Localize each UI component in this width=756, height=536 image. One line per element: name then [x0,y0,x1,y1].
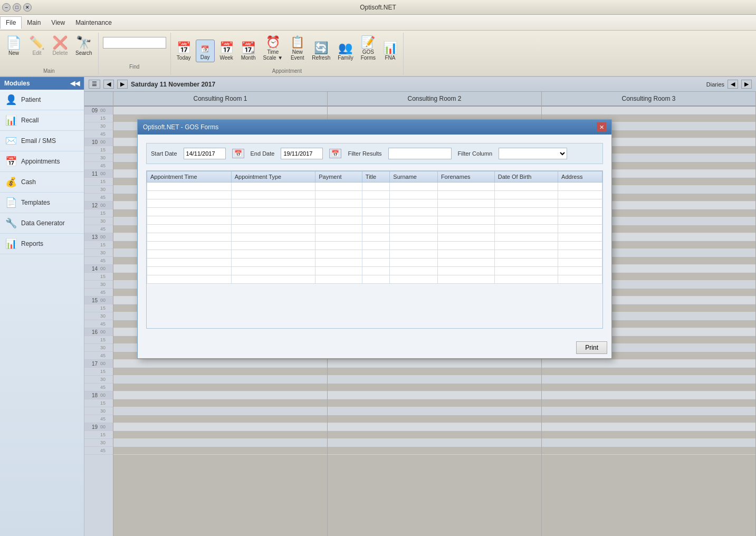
data-generator-icon: 🔧 [5,217,17,229]
gosforms-button[interactable]: 📝 GOSForms [358,35,378,62]
newevent-button[interactable]: 📋 NewEvent [288,35,307,62]
modal-body: Start Date 📅 End Date 📅 Filter Results F… [138,135,611,337]
email-sms-icon: ✉️ [5,135,17,147]
fna-button[interactable]: 📊 FNA [380,41,400,62]
edit-icon: ✏️ [29,36,45,49]
maximize-btn[interactable]: □ [13,3,21,12]
filter-results-label: Filter Results [348,150,381,157]
title-bar-controls[interactable]: – □ ✕ [2,3,32,12]
col-forenames: Forenames [437,171,494,183]
close-btn[interactable]: ✕ [23,3,32,12]
menu-main[interactable]: Main [22,17,46,28]
modal-titlebar: Optisoft.NET - GOS Forms ✕ [138,120,611,135]
sidebar-label-recall: Recall [21,117,39,124]
filter-column-label: Filter Column [458,150,492,157]
table-row[interactable] [147,183,602,191]
sidebar-item-appointments[interactable]: 📅 Appointments [0,151,84,172]
table-row[interactable] [147,275,602,284]
menu-file[interactable]: File [0,16,22,29]
recall-icon: 📊 [5,114,17,126]
sidebar-item-templates[interactable]: 📄 Templates [0,193,84,213]
sidebar-collapse-icon[interactable]: ◀◀ [70,80,80,87]
print-button[interactable]: Print [576,341,607,354]
modal-table-body [147,183,602,284]
day-button[interactable]: 📆1 Day [196,40,215,62]
ribbon-appointment-label: Appointment [272,68,302,75]
templates-icon: 📄 [5,197,17,208]
edit-button[interactable]: ✏️ Edit [26,35,47,58]
family-icon: 👥 [338,42,352,54]
table-row[interactable] [147,208,602,216]
menu-maintenance[interactable]: Maintenance [70,17,117,28]
table-row[interactable] [147,259,602,267]
timescale-icon: ⏰ [266,36,280,48]
newevent-icon: 📋 [290,36,304,48]
gosforms-icon: 📝 [361,36,375,48]
table-row[interactable] [147,216,602,225]
table-row[interactable] [147,225,602,233]
table-row[interactable] [147,267,602,275]
refresh-icon: 🔄 [314,42,328,54]
sidebar-item-cash[interactable]: 💰 Cash [0,172,84,193]
sidebar: Modules ◀◀ 👤 Patient 📊 Recall ✉️ Email /… [0,77,84,536]
menu-bar: File Main View Maintenance [0,15,756,31]
sidebar-item-data-generator[interactable]: 🔧 Data Generator [0,213,84,234]
sidebar-label-appointments: Appointments [21,158,60,165]
table-row[interactable] [147,199,602,208]
sidebar-label-templates: Templates [21,199,50,206]
new-button[interactable]: 📄 New [3,35,24,58]
table-row[interactable] [147,233,602,242]
sidebar-label-reports: Reports [21,240,43,247]
search-icon: 🔭 [76,36,92,49]
month-button[interactable]: 📆 Month [238,41,259,62]
modal-close-button[interactable]: ✕ [597,122,606,132]
family-button[interactable]: 👥 Family [335,41,356,62]
filter-results-input[interactable] [388,148,452,159]
ribbon-group-main: 📄 New ✏️ Edit ❌ Delete 🔭 Search Main [0,33,99,75]
week-button[interactable]: 📅 Week [217,41,236,62]
filter-column-select[interactable] [499,148,567,159]
col-dob: Date Of Birth [494,171,558,183]
modal-filters: Start Date 📅 End Date 📅 Filter Results F… [146,143,603,164]
main-content: ☰ ◀ ▶ Saturday 11 November 2017 Diaries … [84,77,756,536]
search-button[interactable]: 🔭 Search [73,35,95,58]
timescale-button[interactable]: ⏰ TimeScale ▼ [260,35,285,62]
refresh-button[interactable]: 🔄 Refresh [309,41,333,62]
sidebar-item-email-sms[interactable]: ✉️ Email / SMS [0,131,84,151]
sidebar-label-patient: Patient [21,96,41,103]
ribbon-group-find: Find [99,33,171,75]
today-icon: 📅 [177,42,191,54]
today-button[interactable]: 📅 Today [174,41,194,62]
patient-icon: 👤 [5,94,17,106]
search-input[interactable] [103,37,166,49]
app-body: Modules ◀◀ 👤 Patient 📊 Recall ✉️ Email /… [0,77,756,536]
sidebar-item-reports[interactable]: 📊 Reports [0,234,84,254]
sidebar-label-data-generator: Data Generator [21,219,65,227]
table-row[interactable] [147,242,602,250]
start-date-input[interactable] [184,148,226,159]
week-icon: 📅 [219,42,234,54]
ribbon-find-label: Find [129,64,139,71]
menu-view[interactable]: View [46,17,70,28]
cash-icon: 💰 [5,176,17,188]
end-date-input[interactable] [281,148,323,159]
ribbon-main-label: Main [43,68,55,75]
sidebar-header: Modules ◀◀ [0,77,84,90]
table-row[interactable] [147,250,602,259]
delete-button[interactable]: ❌ Delete [50,35,71,58]
modal-table-container: Appointment Time Appointment Type Paymen… [146,170,603,329]
day-icon: 📆1 [201,42,209,53]
col-address: Address [558,171,602,183]
start-date-cal-icon[interactable]: 📅 [232,149,244,158]
minimize-btn[interactable]: – [2,3,11,12]
sidebar-item-patient[interactable]: 👤 Patient [0,90,84,110]
sidebar-item-recall[interactable]: 📊 Recall [0,110,84,131]
sidebar-label-cash: Cash [21,178,36,186]
end-date-cal-icon[interactable]: 📅 [329,149,341,158]
end-date-label: End Date [251,150,275,157]
col-appointment-time: Appointment Time [147,171,232,183]
new-icon: 📄 [6,36,22,49]
sidebar-title: Modules [4,80,30,87]
table-row[interactable] [147,191,602,199]
modal-table: Appointment Time Appointment Type Paymen… [147,171,602,284]
